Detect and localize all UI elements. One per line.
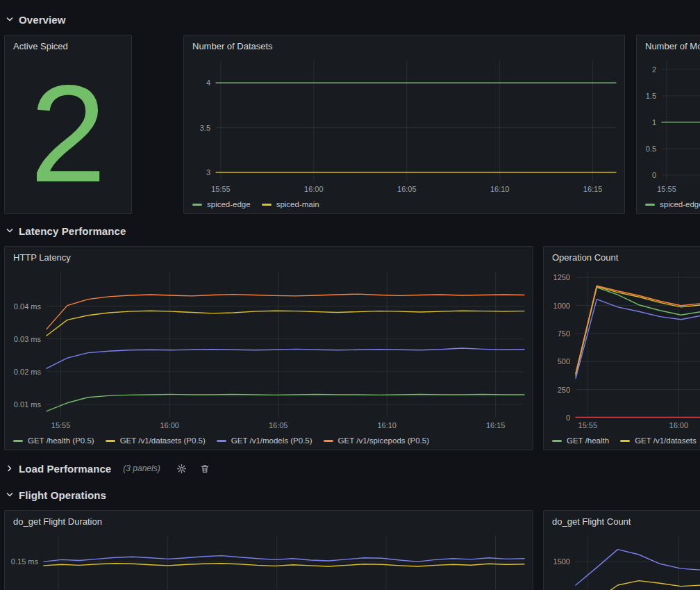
svg-text:16:05: 16:05 [269,421,288,429]
models-chart[interactable]: 15:5516:0016:0516:1016:1500.511.52 [637,55,700,195]
panel-title-flight-count[interactable]: do_get Flight Count [544,511,700,530]
legend-item[interactable]: GET /v1/models (P0.5) [217,436,312,445]
panel-flight-count: do_get Flight Count 1500 [543,510,700,590]
grafana-dashboard: Overview Active Spiced 2 Number of Datas… [0,0,700,590]
section-title-flight-operations: Flight Operations [19,489,106,501]
svg-text:16:10: 16:10 [377,421,397,429]
legend-label: spiced-main [276,200,319,208]
stat-wrap: 2 [5,55,131,213]
svg-text:1500: 1500 [553,557,570,566]
legend-item[interactable]: spiced-edge [192,200,251,208]
svg-text:3: 3 [206,168,210,177]
svg-text:16:15: 16:15 [486,421,506,429]
legend-swatch [620,440,630,442]
legend-label: GET /v1/datasets [635,436,697,445]
section-header-overview[interactable]: Overview [6,11,66,28]
legend-label: GET /v1/models (P0.5) [231,436,312,445]
http-latency-chart[interactable]: 15:5516:0016:0516:1016:150.01 ms0.02 ms0… [5,266,533,432]
legend-label: GET /health (P0.5) [28,436,94,445]
chevron-down-icon [6,491,14,499]
panel-title-operation-count[interactable]: Operation Count [544,247,700,266]
section-title-load-performance: Load Performance [19,463,111,475]
section-title-latency-performance: Latency Performance [19,225,126,237]
legend-item[interactable]: spiced-main [262,200,319,208]
svg-text:15:55: 15:55 [51,421,71,429]
legend-swatch [217,440,226,442]
legend-label: spiced-edge [207,200,251,208]
legend-item[interactable]: GET /v1/spicepods (P0.5) [324,436,429,445]
svg-text:2: 2 [652,65,656,74]
section-header-latency-performance[interactable]: Latency Performance [6,222,126,239]
flight-count-chart[interactable]: 1500 [544,530,700,590]
legend-item[interactable]: GET /health (P0.5) [13,436,94,445]
trash-icon[interactable] [200,464,210,474]
legend-item[interactable]: GET /v1/datasets (P0.5) [106,436,206,445]
panel-http-latency: HTTP Latency 15:5516:0016:0516:1016:150.… [4,246,533,450]
legend-label: GET /v1/spicepods (P0.5) [338,436,429,445]
chevron-down-icon [6,15,14,24]
gear-icon[interactable] [176,464,187,474]
panel-title-http-latency[interactable]: HTTP Latency [5,247,533,266]
svg-text:15:55: 15:55 [211,185,231,193]
section-header-flight-operations[interactable]: Flight Operations [6,486,106,503]
panel-active-spiced: Active Spiced 2 [4,35,132,214]
datasets-chart[interactable]: 15:5516:0016:0516:1016:1533.54 [184,55,624,195]
section-title-overview: Overview [19,14,66,26]
http-latency-legend: GET /health (P0.5)GET /v1/datasets (P0.5… [5,432,533,450]
panel-title-active-spiced[interactable]: Active Spiced [5,35,131,55]
svg-text:1250: 1250 [553,273,570,281]
svg-text:16:10: 16:10 [490,185,510,193]
legend-swatch [262,204,272,206]
legend-swatch [192,204,202,206]
models-legend: spiced-edge [637,195,700,213]
panel-number-of-models: Number of Models 15:5516:0016:0516:1016:… [636,35,700,214]
svg-text:16:00: 16:00 [160,421,179,429]
svg-text:1.5: 1.5 [646,92,656,100]
chevron-down-icon [6,227,14,235]
panel-title-flight-duration[interactable]: do_get Flight Duration [5,511,533,530]
operation-count-chart[interactable]: 15:5516:0016:0516:1016:15025050075010001… [544,266,700,432]
svg-text:0.02 ms: 0.02 ms [14,368,42,376]
flight-duration-chart[interactable]: 0.15 ms [5,530,533,590]
datasets-legend: spiced-edgespiced-main [184,195,624,213]
operation-count-legend: GET /healthGET /v1/datasetsGET /v1/model… [544,432,700,450]
legend-item[interactable]: spiced-edge [645,200,700,208]
panel-title-number-of-models[interactable]: Number of Models [637,35,700,55]
svg-text:1: 1 [652,118,656,126]
legend-swatch [552,440,562,442]
svg-text:3.5: 3.5 [200,124,210,132]
section-panel-count: (3 panels) [123,464,160,473]
legend-swatch [645,204,655,206]
legend-swatch [324,440,333,442]
svg-text:16:00: 16:00 [669,421,689,429]
legend-swatch [106,440,115,442]
panel-operation-count: Operation Count 15:5516:0016:0516:1016:1… [543,246,700,450]
panel-number-of-datasets: Number of Datasets 15:5516:0016:0516:101… [183,35,625,214]
svg-text:16:15: 16:15 [583,185,603,193]
legend-item[interactable]: GET /v1/datasets [620,436,697,445]
svg-text:16:00: 16:00 [304,185,324,193]
legend-label: GET /health [567,436,609,445]
svg-text:0.03 ms: 0.03 ms [14,335,42,343]
svg-text:0.5: 0.5 [646,145,656,153]
stat-value: 2 [30,76,106,192]
svg-text:250: 250 [558,386,570,394]
legend-label: GET /v1/datasets (P0.5) [120,436,206,445]
svg-text:15:55: 15:55 [657,185,676,193]
svg-text:0.04 ms: 0.04 ms [14,302,42,311]
svg-text:0: 0 [566,413,570,422]
svg-text:0: 0 [652,171,656,179]
svg-text:15:55: 15:55 [578,421,598,429]
panel-flight-duration: do_get Flight Duration 0.15 ms [4,510,533,590]
legend-swatch [13,440,23,442]
svg-text:0.15 ms: 0.15 ms [11,557,39,566]
svg-text:4: 4 [206,79,210,87]
panel-title-number-of-datasets[interactable]: Number of Datasets [184,35,624,55]
svg-text:0.01 ms: 0.01 ms [14,400,42,409]
svg-text:1000: 1000 [553,302,570,310]
chevron-right-icon [6,464,14,473]
legend-label: spiced-edge [660,200,700,208]
section-header-load-performance[interactable]: Load Performance (3 panels) [6,460,210,477]
legend-item[interactable]: GET /health [552,436,609,445]
svg-text:16:05: 16:05 [397,185,417,193]
